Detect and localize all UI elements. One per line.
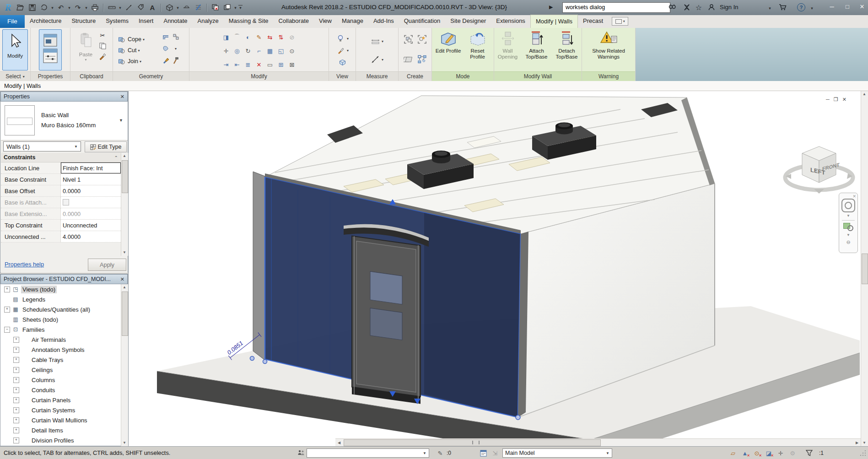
ribbon-tab[interactable]: Quantification <box>399 15 446 27</box>
expand-toggle[interactable]: + <box>4 286 10 292</box>
measure-dropdown-icon[interactable]: ▾ <box>118 5 122 10</box>
project-browser-close-icon[interactable]: ✕ <box>120 276 124 282</box>
cart-icon[interactable] <box>778 3 788 12</box>
trim-extend-corner-icon[interactable]: ⌐ <box>254 47 264 55</box>
expand-toggle[interactable]: + <box>13 347 19 353</box>
maximize-button[interactable]: □ <box>842 3 853 10</box>
delete-icon[interactable]: ✕ <box>254 60 264 69</box>
tree-item[interactable]: + Ceilings <box>1 365 121 375</box>
revit-logo-icon[interactable]: R <box>3 2 14 13</box>
split-with-gap-icon[interactable]: ⇅ <box>276 33 286 42</box>
help-icon[interactable]: ? <box>796 3 806 12</box>
switch-windows-dropdown-icon[interactable]: ▾ <box>233 5 237 10</box>
redo-icon[interactable]: ↷ <box>72 2 83 13</box>
beam-joins-icon[interactable] <box>171 32 181 41</box>
ribbon-tab[interactable]: Precast <box>578 15 608 27</box>
measure-icon[interactable] <box>106 2 117 13</box>
tree-item[interactable]: + Conduits <box>1 385 121 395</box>
expand-toggle[interactable]: + <box>4 307 10 313</box>
save-icon[interactable] <box>27 2 38 13</box>
wall-end-return[interactable] <box>253 172 265 360</box>
scroll-right-icon[interactable]: ▶ <box>853 441 861 445</box>
favorites-star-icon[interactable]: ☆ <box>694 3 704 12</box>
ribbon-tab[interactable]: Structure <box>66 15 101 27</box>
tree-item[interactable]: Legends <box>1 294 121 304</box>
scroll-down-icon[interactable]: ▼ <box>861 440 868 446</box>
thin-lines-icon[interactable] <box>193 2 204 13</box>
scroll-down-icon[interactable]: ▼ <box>121 440 128 446</box>
hide-isolate-dropdown-icon[interactable]: ▾ <box>347 37 349 41</box>
panel-label-measure[interactable]: Measure <box>356 71 398 81</box>
offset-icon[interactable]: ⌒ <box>232 33 242 42</box>
selection-filter-icon[interactable] <box>804 448 814 458</box>
browser-scrollbar[interactable]: ▲ ▼ <box>121 284 128 446</box>
ribbon-tab[interactable]: Modify | Walls <box>530 15 578 28</box>
override-graphics-brush-icon[interactable] <box>336 46 345 55</box>
tree-item[interactable]: Sheets (todo) <box>1 314 121 324</box>
vertical-scrollbar[interactable]: ▲ ▼ <box>861 91 868 446</box>
expand-toggle[interactable] <box>4 317 10 323</box>
expand-toggle[interactable]: − <box>4 327 10 333</box>
drag-elements-on-selection-icon[interactable]: ✛✕ <box>776 448 785 458</box>
expand-toggle[interactable]: + <box>13 367 19 373</box>
navigation-bar[interactable]: ✕ ▼ ▼ ⊖ <box>839 193 858 253</box>
edit-profile-button[interactable]: Edit Profile <box>435 29 462 54</box>
zoom-dropdown-icon[interactable]: ▼ <box>846 233 850 237</box>
property-row[interactable]: Base Constraint Nivel 1 <box>1 174 121 185</box>
background-processes-icon[interactable]: ⚙✕ <box>788 448 797 458</box>
mirror-pick-axis-icon[interactable]: ◐ <box>243 33 253 42</box>
ribbon-tab[interactable]: Extensions <box>491 15 530 27</box>
attach-top-base-button[interactable]: Attach Top/Base <box>523 29 551 59</box>
scroll-left-icon[interactable]: ◀ <box>335 441 343 445</box>
model-view[interactable]: 0.0851 <box>129 91 861 446</box>
expand-toggle[interactable]: + <box>13 397 19 403</box>
property-row[interactable]: Unconnected ... 4.0000 <box>1 231 121 243</box>
split-element-icon[interactable]: ⇆ <box>265 33 275 42</box>
copy-icon[interactable]: ◎ <box>232 47 242 55</box>
pin-icon[interactable]: ⊙ <box>287 47 297 55</box>
paint-icon[interactable] <box>161 56 171 65</box>
wall-joins-icon[interactable] <box>161 32 171 41</box>
measure-between-references-icon[interactable] <box>371 37 380 46</box>
geometry-row-button[interactable]: Cut ▾ <box>117 45 140 56</box>
create-similar-icon[interactable] <box>417 35 427 44</box>
scroll-up-icon[interactable]: ▲ <box>121 284 128 291</box>
tree-item[interactable]: + Curtain Wall Mullions <box>1 415 121 425</box>
ribbon-tab[interactable]: Systems <box>101 15 134 27</box>
create-parts2-icon[interactable] <box>417 55 427 64</box>
tree-item[interactable]: − Families <box>1 324 121 335</box>
tree-item[interactable]: + Views (todo) <box>1 284 121 294</box>
tree-item[interactable]: + Curtain Panels <box>1 395 121 405</box>
close-hidden-windows-icon[interactable] <box>210 2 221 13</box>
sign-in-dropdown-icon[interactable]: ▾ <box>768 6 772 11</box>
property-row[interactable]: Top Constraint Unconnected <box>1 220 121 231</box>
sign-in-button[interactable]: Sign In <box>720 4 738 11</box>
trim-extend-single-icon[interactable]: ⇥ <box>221 60 231 69</box>
detach-top-base-button[interactable]: Detach Top/Base <box>553 29 581 59</box>
navbar-close-icon[interactable]: ✕ <box>852 194 856 199</box>
default-3d-view-icon[interactable] <box>164 2 175 13</box>
view-minimize-icon[interactable]: ─ <box>826 97 830 103</box>
panel-label-create[interactable]: Create <box>399 71 431 81</box>
horizontal-scrollbar[interactable]: ◀ ▶ <box>335 438 861 447</box>
panel-label-clipboard[interactable]: Clipboard <box>70 71 113 81</box>
geometry-row-button[interactable]: Join ▾ <box>117 56 141 67</box>
property-row[interactable]: Location Line Finish Face: Int <box>1 162 121 174</box>
view-cube-body[interactable]: LEFT FRONT <box>802 146 840 183</box>
create-assembly-icon[interactable]: ⊞ <box>276 60 286 69</box>
search-input[interactable] <box>562 2 670 13</box>
scale-icon[interactable]: ◱ <box>276 47 286 55</box>
edit-type-button[interactable]: Edit Type <box>85 141 127 152</box>
demolish-icon[interactable]: ⊠ <box>287 60 297 69</box>
panel-label-geometry[interactable]: Geometry <box>113 71 189 81</box>
close-button[interactable]: ✕ <box>857 3 868 10</box>
ribbon-tab[interactable]: Collaborate <box>273 15 314 27</box>
displace-elements-icon[interactable] <box>338 58 347 67</box>
ribbon-tab[interactable]: Insert <box>134 15 159 27</box>
scroll-down-icon[interactable]: ▼ <box>121 249 128 256</box>
trim-extend-multiple-icon[interactable]: ⇤ <box>232 60 242 69</box>
zoom-icon[interactable] <box>843 221 854 232</box>
wall-opening-button[interactable]: Wall Opening <box>495 29 521 59</box>
properties-header[interactable]: Properties ✕ <box>0 92 128 102</box>
create-parts-icon[interactable]: ▭ <box>265 60 275 69</box>
